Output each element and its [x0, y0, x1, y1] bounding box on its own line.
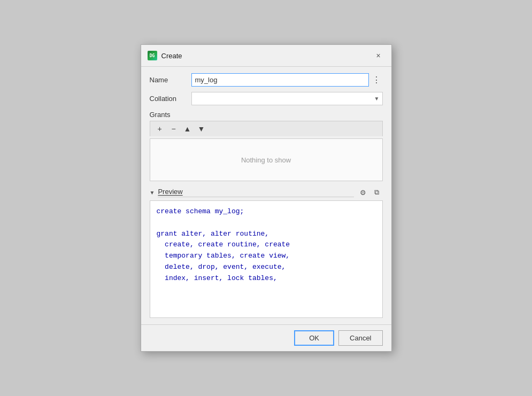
preview-label: Preview [158, 188, 353, 197]
preview-external-button[interactable]: ⧉ [371, 187, 383, 198]
code-line-2 [157, 218, 376, 229]
preview-section: ▼ Preview ⚙ ⧉ create schema my_log; gran… [150, 187, 383, 318]
grants-list: Nothing to show [150, 138, 383, 181]
grants-label: Grants [150, 111, 383, 119]
app-icon: DG [148, 51, 157, 60]
code-line-1: create schema my_log; [157, 206, 376, 218]
dialog-footer: OK Cancel [141, 324, 391, 351]
code-line-4: create, create routine, create [157, 239, 376, 251]
collation-row: Collation ▼ [150, 92, 383, 105]
name-input-wrapper: ⋮ [191, 73, 383, 87]
cancel-button[interactable]: Cancel [338, 330, 382, 346]
code-line-5: temporary tables, create view, [157, 251, 376, 262]
preview-toggle-icon[interactable]: ▼ [150, 190, 155, 196]
name-input[interactable] [191, 73, 369, 87]
name-row: Name ⋮ [150, 73, 383, 87]
move-down-button[interactable]: ▼ [196, 123, 207, 134]
dialog-titlebar: DG Create × [141, 45, 391, 67]
collation-label: Collation [150, 95, 187, 103]
preview-code-block: create schema my_log; grant alter, alter… [150, 200, 383, 318]
close-button[interactable]: × [372, 49, 385, 62]
grants-section: Grants + − ▲ ▼ Nothing to show [150, 111, 383, 181]
code-line-7: index, insert, lock tables, [157, 273, 376, 284]
dialog-body: Name ⋮ Collation ▼ Grants + − ▲ ▼ [141, 67, 391, 324]
dialog-title: Create [161, 52, 368, 60]
code-line-6: delete, drop, event, execute, [157, 262, 376, 273]
remove-grant-button[interactable]: − [168, 123, 179, 134]
create-dialog: DG Create × Name ⋮ Collation ▼ Gra [141, 44, 392, 352]
empty-state-text: Nothing to show [241, 156, 291, 164]
ok-button[interactable]: OK [294, 330, 334, 346]
collation-select[interactable] [191, 92, 383, 105]
add-grant-button[interactable]: + [155, 123, 165, 134]
preview-actions: ⚙ ⧉ [357, 187, 383, 198]
collation-select-wrapper: ▼ [191, 92, 383, 105]
preview-header: ▼ Preview ⚙ ⧉ [150, 187, 383, 198]
grants-toolbar: + − ▲ ▼ [150, 121, 383, 136]
preview-settings-button[interactable]: ⚙ [357, 187, 369, 198]
more-options-button[interactable]: ⋮ [371, 74, 383, 86]
name-label: Name [150, 76, 187, 84]
code-line-3: grant alter, alter routine, [157, 229, 376, 240]
move-up-button[interactable]: ▲ [182, 123, 193, 134]
